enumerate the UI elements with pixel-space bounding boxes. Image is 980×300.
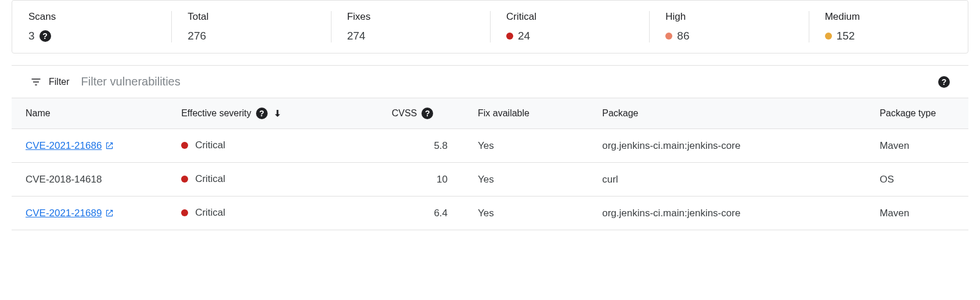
severity-dot-critical-icon <box>181 209 188 216</box>
package-type-value: OS <box>873 163 968 197</box>
cve-link[interactable]: CVE-2021-21686 <box>26 140 114 152</box>
package-value: org.jenkins-ci.main:jenkins-core <box>595 197 873 230</box>
severity-dot-high-icon <box>665 33 672 40</box>
external-link-icon <box>105 209 114 217</box>
fix-available-value: Yes <box>471 197 595 230</box>
summary-fixes-label: Fixes <box>347 11 474 23</box>
cvss-value: 10 <box>385 163 471 197</box>
filter-input[interactable] <box>77 72 931 92</box>
column-header-cvss[interactable]: CVSS ? <box>385 98 471 129</box>
fix-available-value: Yes <box>471 129 595 163</box>
help-icon[interactable]: ? <box>256 108 268 119</box>
package-type-value: Maven <box>873 129 968 163</box>
summary-medium-value: 152 <box>825 30 952 42</box>
summary-critical-label: Critical <box>506 11 633 23</box>
severity-cell: Critical <box>181 173 225 185</box>
package-type-value: Maven <box>873 197 968 230</box>
column-header-package[interactable]: Package <box>595 98 873 129</box>
summary-high: High 86 <box>649 1 808 53</box>
column-header-name[interactable]: Name <box>12 98 174 129</box>
severity-dot-medium-icon <box>825 33 832 40</box>
help-icon[interactable]: ? <box>421 108 433 119</box>
summary-critical: Critical 24 <box>490 1 649 53</box>
summary-fixes: Fixes 274 <box>331 1 490 53</box>
help-icon[interactable]: ? <box>938 76 950 88</box>
cve-link[interactable]: CVE-2021-21689 <box>26 208 114 219</box>
filter-bar: Filter ? <box>12 65 968 98</box>
table-header-row: Name Effective severity ? CVSS ? Fix av <box>12 98 968 129</box>
filter-label: Filter <box>49 77 70 87</box>
summary-total-label: Total <box>188 11 314 23</box>
table-row: CVE-2021-21689Critical6.4Yesorg.jenkins-… <box>12 197 968 230</box>
external-link-icon <box>105 141 114 150</box>
summary-card: Scans 3 ? Total 276 Fixes 274 Critical 2… <box>12 0 968 53</box>
sort-descending-icon[interactable] <box>272 108 283 119</box>
package-value: org.jenkins-ci.main:jenkins-core <box>595 129 873 163</box>
summary-scans-label: Scans <box>28 11 155 23</box>
column-header-fix[interactable]: Fix available <box>471 98 595 129</box>
summary-critical-value: 24 <box>506 30 633 42</box>
table-row: CVE-2021-21686Critical5.8Yesorg.jenkins-… <box>12 129 968 163</box>
summary-scans: Scans 3 ? <box>12 1 171 53</box>
cve-name: CVE-2018-14618 <box>26 174 102 185</box>
severity-cell: Critical <box>181 140 225 151</box>
help-icon[interactable]: ? <box>39 30 51 42</box>
summary-fixes-value: 274 <box>347 30 474 42</box>
severity-cell: Critical <box>181 207 225 219</box>
summary-high-value: 86 <box>665 30 792 42</box>
column-header-packagetype[interactable]: Package type <box>873 98 968 129</box>
summary-high-label: High <box>665 11 792 23</box>
vulnerabilities-table: Name Effective severity ? CVSS ? Fix av <box>12 98 968 230</box>
cvss-value: 6.4 <box>385 197 471 230</box>
filter-icon <box>30 76 42 88</box>
summary-total: Total 276 <box>171 1 330 53</box>
severity-dot-critical-icon <box>181 176 188 183</box>
package-value: curl <box>595 163 873 197</box>
table-row: CVE-2018-14618Critical10YescurlOS <box>12 163 968 197</box>
summary-scans-value: 3 ? <box>28 30 155 42</box>
summary-total-value: 276 <box>188 30 314 42</box>
summary-medium-label: Medium <box>825 11 952 23</box>
severity-dot-critical-icon <box>181 142 188 149</box>
summary-medium: Medium 152 <box>809 1 968 53</box>
cvss-value: 5.8 <box>385 129 471 163</box>
fix-available-value: Yes <box>471 163 595 197</box>
severity-dot-critical-icon <box>506 33 513 40</box>
column-header-severity[interactable]: Effective severity ? <box>174 98 385 129</box>
